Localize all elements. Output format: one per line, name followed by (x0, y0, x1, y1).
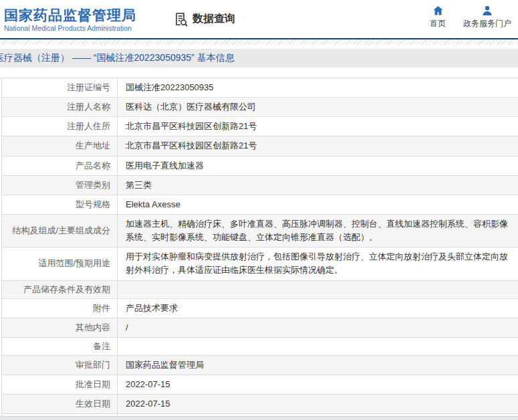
site-logo[interactable]: 国家药品监督管理局 National Medical Products Admi… (0, 6, 136, 32)
site-header: 国家药品监督管理局 National Medical Products Admi… (0, 0, 518, 38)
row-label: 注册人名称 (67, 101, 110, 113)
logo-subtitle: National Medical Products Administration (4, 24, 136, 32)
stripe-decoration (0, 39, 518, 45)
row-value: Elekta Axesse (118, 195, 518, 214)
table-row: 备注 (2, 338, 518, 356)
breadcrumb-bar: 医疗器械（注册） —— “国械注准20223050935” 基本信息 (0, 49, 518, 68)
row-label: 管理类别 (76, 179, 110, 191)
table-row: 生效日期 2022-07-15 (2, 395, 518, 414)
row-label-cell: 生产地址 (2, 136, 118, 155)
row-label-cell: 结构及组成/主要组成成分 (2, 215, 118, 247)
row-label: 型号规格 (76, 199, 110, 211)
row-label-cell: 产品名称 (2, 156, 118, 175)
row-label-cell: 注册人名称 (2, 98, 118, 116)
row-label-cell: 附件 (2, 299, 118, 318)
table-row: 注册人住所 北京市昌平区科技园区创新路21号 (2, 117, 518, 136)
row-value: 2022-07-15 (118, 395, 518, 413)
row-label-cell: 生效日期 (2, 395, 118, 413)
table-row: 型号规格 Elekta Axesse (2, 195, 518, 215)
row-label: 结构及组成/主要组成成分 (12, 225, 110, 237)
row-label: 产品储存条件及有效期 (23, 284, 110, 296)
row-value: / (118, 318, 518, 337)
table-row: 批准日期 2022-07-15 (2, 375, 518, 395)
row-label: 生产地址 (76, 140, 110, 152)
table-row: 产品名称 医用电子直线加速器 (2, 156, 518, 176)
row-label-cell: 产品储存条件及有效期 (2, 281, 118, 298)
row-value (118, 281, 518, 298)
row-label-cell: 备注 (2, 338, 118, 355)
row-label: 其他内容 (76, 322, 110, 334)
nav-home-label: 首页 (430, 18, 446, 29)
row-label: 生效日期 (76, 398, 110, 410)
table-row: 注册人名称 医科达（北京）医疗器械有限公司 (2, 98, 518, 117)
row-value: 医科达（北京）医疗器械有限公司 (118, 98, 518, 116)
breadcrumb: 医疗器械（注册） —— “国械注准20223050935” 基本信息 (0, 52, 235, 64)
row-label-cell: 批准日期 (2, 375, 118, 394)
table-row: 其他内容 / (2, 318, 518, 338)
row-label-cell: 注册证编号 (2, 78, 118, 97)
table-row: 注册证编号 国械注准20223050935 (2, 78, 518, 98)
row-value: 用于对实体肿瘤和病变提供放射治疗，包括图像引导放射治疗、立体定向放射治疗及头部立… (118, 247, 518, 280)
row-value: 加速器主机、精确治疗床、多叶准直器、高压脉冲调制器、控制台、直线加速器控制系统、… (118, 215, 518, 247)
table-row: 审批部门 国家药品监督管理局 (2, 356, 518, 375)
logo-title: 国家药品监督管理局 (4, 7, 136, 23)
row-label-cell: 其他内容 (2, 318, 118, 337)
data-query-section: 数据查询 (173, 11, 235, 27)
section-title: 数据查询 (192, 12, 235, 26)
row-label-cell: 注册人住所 (2, 117, 118, 136)
document-search-icon (173, 11, 189, 27)
row-label: 注册人住所 (67, 120, 110, 132)
spacer (0, 68, 518, 78)
table-row: 管理类别 第三类 (2, 176, 518, 195)
header-nav: 首页 政务服务门户 (430, 5, 511, 29)
row-label: 批准日期 (76, 379, 110, 391)
row-label: 审批部门 (76, 359, 110, 371)
row-value (118, 338, 518, 355)
row-value: 2022-07-15 (118, 375, 518, 394)
table-row: 结构及组成/主要组成成分 加速器主机、精确治疗床、多叶准直器、高压脉冲调制器、控… (2, 215, 518, 247)
nav-gov-portal-label: 政务服务门户 (463, 18, 511, 29)
row-value: 医用电子直线加速器 (118, 156, 518, 175)
user-icon (482, 5, 493, 16)
row-label: 适用范围/预期用途 (38, 257, 110, 270)
row-label: 附件 (93, 302, 110, 314)
row-value: 北京市昌平区科技园区创新路21号 (118, 117, 518, 136)
nav-gov-portal[interactable]: 政务服务门户 (463, 5, 511, 29)
row-label-cell: 管理类别 (2, 176, 118, 195)
row-label: 产品名称 (76, 160, 110, 172)
row-label-cell: 适用范围/预期用途 (2, 247, 118, 280)
row-value: 国械注准20223050935 (118, 78, 518, 97)
row-label: 注册证编号 (67, 82, 110, 94)
table-row: 附件 产品技术要求 (2, 299, 518, 318)
table-row: 生产地址 北京市昌平区科技园区创新路21号 (2, 136, 518, 156)
footer-strip (0, 416, 518, 420)
table-row: 产品储存条件及有效期 (2, 281, 518, 299)
row-value: 产品技术要求 (118, 299, 518, 318)
info-table: 注册证编号 国械注准20223050935 注册人名称 医科达（北京）医疗器械有… (1, 78, 518, 420)
nav-home[interactable]: 首页 (430, 5, 446, 29)
table-row: 适用范围/预期用途 用于对实体肿瘤和病变提供放射治疗，包括图像引导放射治疗、立体… (2, 247, 518, 280)
row-value: 国家药品监督管理局 (118, 356, 518, 375)
row-label: 备注 (93, 340, 110, 352)
row-value: 北京市昌平区科技园区创新路21号 (118, 136, 518, 155)
row-label-cell: 型号规格 (2, 195, 118, 214)
home-icon (432, 5, 444, 16)
row-label-cell: 审批部门 (2, 356, 118, 375)
row-value: 第三类 (118, 176, 518, 195)
